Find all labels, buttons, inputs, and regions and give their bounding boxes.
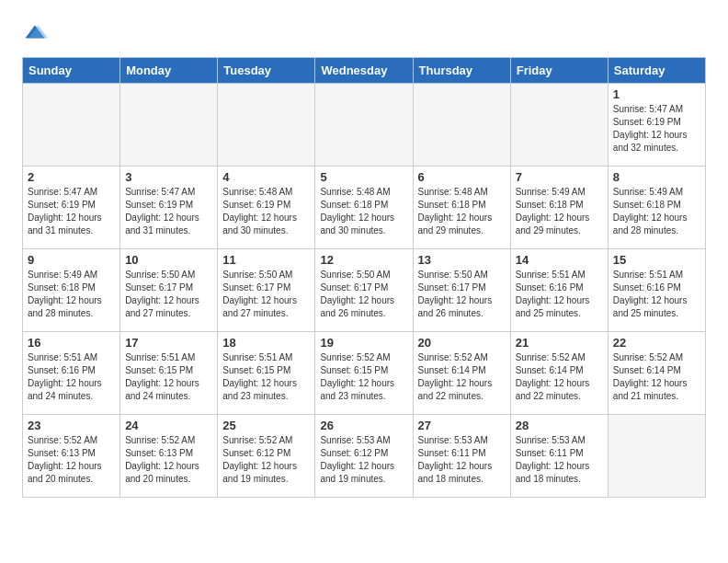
day-number: 24 bbox=[125, 419, 212, 432]
logo bbox=[22, 22, 53, 48]
day-number: 9 bbox=[28, 253, 115, 267]
day-info: Sunrise: 5:50 AM Sunset: 6:17 PM Dayligh… bbox=[418, 269, 506, 320]
day-number: 19 bbox=[320, 336, 407, 350]
day-number: 11 bbox=[222, 253, 310, 267]
day-info: Sunrise: 5:52 AM Sunset: 6:13 PM Dayligh… bbox=[28, 434, 115, 486]
day-number: 23 bbox=[28, 419, 115, 432]
day-info: Sunrise: 5:50 AM Sunset: 6:17 PM Dayligh… bbox=[222, 269, 310, 320]
day-info: Sunrise: 5:53 AM Sunset: 6:11 PM Dayligh… bbox=[516, 434, 603, 486]
day-info: Sunrise: 5:51 AM Sunset: 6:15 PM Dayligh… bbox=[125, 351, 212, 403]
calendar-cell: 10Sunrise: 5:50 AM Sunset: 6:17 PM Dayli… bbox=[120, 249, 218, 332]
weekday-header-row: SundayMondayTuesdayWednesdayThursdayFrid… bbox=[23, 58, 706, 84]
calendar-cell: 4Sunrise: 5:48 AM Sunset: 6:19 PM Daylig… bbox=[218, 167, 315, 249]
day-number: 5 bbox=[320, 170, 407, 184]
day-number: 7 bbox=[516, 170, 603, 184]
day-info: Sunrise: 5:48 AM Sunset: 6:18 PM Dayligh… bbox=[418, 186, 506, 237]
calendar-cell: 22Sunrise: 5:52 AM Sunset: 6:14 PM Dayli… bbox=[608, 332, 705, 415]
weekday-header-tuesday: Tuesday bbox=[218, 58, 315, 84]
calendar-cell: 15Sunrise: 5:51 AM Sunset: 6:16 PM Dayli… bbox=[608, 249, 705, 332]
calendar-cell: 16Sunrise: 5:51 AM Sunset: 6:16 PM Dayli… bbox=[23, 332, 120, 415]
weekday-header-thursday: Thursday bbox=[413, 58, 510, 84]
calendar-cell: 20Sunrise: 5:52 AM Sunset: 6:14 PM Dayli… bbox=[413, 332, 510, 415]
day-number: 25 bbox=[222, 419, 310, 432]
day-info: Sunrise: 5:47 AM Sunset: 6:19 PM Dayligh… bbox=[613, 103, 700, 155]
calendar-cell: 1Sunrise: 5:47 AM Sunset: 6:19 PM Daylig… bbox=[608, 84, 705, 167]
weekday-header-sunday: Sunday bbox=[23, 58, 120, 84]
weekday-header-wednesday: Wednesday bbox=[315, 58, 413, 84]
day-number: 3 bbox=[125, 170, 212, 184]
day-number: 10 bbox=[125, 253, 212, 267]
day-info: Sunrise: 5:52 AM Sunset: 6:13 PM Dayligh… bbox=[125, 434, 212, 486]
weekday-header-friday: Friday bbox=[510, 58, 608, 84]
calendar-cell bbox=[218, 84, 315, 167]
day-info: Sunrise: 5:52 AM Sunset: 6:14 PM Dayligh… bbox=[613, 351, 700, 403]
calendar-week-row: 2Sunrise: 5:47 AM Sunset: 6:19 PM Daylig… bbox=[23, 167, 706, 249]
day-info: Sunrise: 5:51 AM Sunset: 6:15 PM Dayligh… bbox=[222, 351, 310, 403]
day-info: Sunrise: 5:47 AM Sunset: 6:19 PM Dayligh… bbox=[125, 186, 212, 237]
calendar-cell: 25Sunrise: 5:52 AM Sunset: 6:12 PM Dayli… bbox=[218, 415, 315, 498]
calendar-cell: 13Sunrise: 5:50 AM Sunset: 6:17 PM Dayli… bbox=[413, 249, 510, 332]
day-info: Sunrise: 5:53 AM Sunset: 6:12 PM Dayligh… bbox=[320, 434, 407, 486]
day-number: 20 bbox=[418, 336, 506, 350]
day-number: 17 bbox=[125, 336, 212, 350]
day-number: 18 bbox=[222, 336, 310, 350]
day-info: Sunrise: 5:52 AM Sunset: 6:12 PM Dayligh… bbox=[222, 434, 310, 486]
calendar-cell: 23Sunrise: 5:52 AM Sunset: 6:13 PM Dayli… bbox=[23, 415, 120, 498]
calendar-cell: 6Sunrise: 5:48 AM Sunset: 6:18 PM Daylig… bbox=[413, 167, 510, 249]
calendar-cell: 14Sunrise: 5:51 AM Sunset: 6:16 PM Dayli… bbox=[510, 249, 608, 332]
calendar-cell: 28Sunrise: 5:53 AM Sunset: 6:11 PM Dayli… bbox=[510, 415, 608, 498]
day-number: 12 bbox=[320, 253, 407, 267]
day-number: 22 bbox=[613, 336, 700, 350]
day-info: Sunrise: 5:51 AM Sunset: 6:16 PM Dayligh… bbox=[28, 351, 115, 403]
calendar-cell: 24Sunrise: 5:52 AM Sunset: 6:13 PM Dayli… bbox=[120, 415, 218, 498]
calendar-cell: 17Sunrise: 5:51 AM Sunset: 6:15 PM Dayli… bbox=[120, 332, 218, 415]
calendar-cell: 2Sunrise: 5:47 AM Sunset: 6:19 PM Daylig… bbox=[23, 167, 120, 249]
day-number: 13 bbox=[418, 253, 506, 267]
calendar-cell: 8Sunrise: 5:49 AM Sunset: 6:18 PM Daylig… bbox=[608, 167, 705, 249]
day-info: Sunrise: 5:52 AM Sunset: 6:14 PM Dayligh… bbox=[418, 351, 506, 403]
calendar-cell: 7Sunrise: 5:49 AM Sunset: 6:18 PM Daylig… bbox=[510, 167, 608, 249]
calendar-cell: 5Sunrise: 5:48 AM Sunset: 6:18 PM Daylig… bbox=[315, 167, 413, 249]
day-number: 2 bbox=[28, 170, 115, 184]
day-number: 8 bbox=[613, 170, 700, 184]
calendar-cell: 11Sunrise: 5:50 AM Sunset: 6:17 PM Dayli… bbox=[218, 249, 315, 332]
calendar-cell: 27Sunrise: 5:53 AM Sunset: 6:11 PM Dayli… bbox=[413, 415, 510, 498]
calendar-cell: 3Sunrise: 5:47 AM Sunset: 6:19 PM Daylig… bbox=[120, 167, 218, 249]
day-info: Sunrise: 5:48 AM Sunset: 6:18 PM Dayligh… bbox=[320, 186, 407, 237]
day-info: Sunrise: 5:49 AM Sunset: 6:18 PM Dayligh… bbox=[516, 186, 603, 237]
day-info: Sunrise: 5:51 AM Sunset: 6:16 PM Dayligh… bbox=[613, 269, 700, 320]
weekday-header-saturday: Saturday bbox=[608, 58, 705, 84]
calendar-cell: 26Sunrise: 5:53 AM Sunset: 6:12 PM Dayli… bbox=[315, 415, 413, 498]
calendar-cell bbox=[315, 84, 413, 167]
calendar-cell: 9Sunrise: 5:49 AM Sunset: 6:18 PM Daylig… bbox=[23, 249, 120, 332]
day-info: Sunrise: 5:47 AM Sunset: 6:19 PM Dayligh… bbox=[28, 186, 115, 237]
day-info: Sunrise: 5:49 AM Sunset: 6:18 PM Dayligh… bbox=[613, 186, 700, 237]
day-number: 26 bbox=[320, 419, 407, 432]
day-number: 16 bbox=[28, 336, 115, 350]
calendar-cell bbox=[23, 84, 120, 167]
calendar-cell bbox=[510, 84, 608, 167]
day-info: Sunrise: 5:52 AM Sunset: 6:14 PM Dayligh… bbox=[516, 351, 603, 403]
day-info: Sunrise: 5:49 AM Sunset: 6:18 PM Dayligh… bbox=[28, 269, 115, 320]
calendar-cell: 18Sunrise: 5:51 AM Sunset: 6:15 PM Dayli… bbox=[218, 332, 315, 415]
calendar-cell: 19Sunrise: 5:52 AM Sunset: 6:15 PM Dayli… bbox=[315, 332, 413, 415]
day-number: 15 bbox=[613, 253, 700, 267]
calendar-week-row: 16Sunrise: 5:51 AM Sunset: 6:16 PM Dayli… bbox=[23, 332, 706, 415]
header bbox=[22, 18, 706, 48]
weekday-header-monday: Monday bbox=[120, 58, 218, 84]
page-container: SundayMondayTuesdayWednesdayThursdayFrid… bbox=[0, 0, 728, 516]
day-info: Sunrise: 5:53 AM Sunset: 6:11 PM Dayligh… bbox=[418, 434, 506, 486]
day-info: Sunrise: 5:50 AM Sunset: 6:17 PM Dayligh… bbox=[125, 269, 212, 320]
day-number: 28 bbox=[516, 419, 603, 432]
day-number: 6 bbox=[418, 170, 506, 184]
day-number: 21 bbox=[516, 336, 603, 350]
day-info: Sunrise: 5:51 AM Sunset: 6:16 PM Dayligh… bbox=[516, 269, 603, 320]
calendar-week-row: 1Sunrise: 5:47 AM Sunset: 6:19 PM Daylig… bbox=[23, 84, 706, 167]
calendar-cell bbox=[120, 84, 218, 167]
day-number: 27 bbox=[418, 419, 506, 432]
day-number: 4 bbox=[222, 170, 310, 184]
calendar-cell: 12Sunrise: 5:50 AM Sunset: 6:17 PM Dayli… bbox=[315, 249, 413, 332]
calendar-cell: 21Sunrise: 5:52 AM Sunset: 6:14 PM Dayli… bbox=[510, 332, 608, 415]
day-info: Sunrise: 5:52 AM Sunset: 6:15 PM Dayligh… bbox=[320, 351, 407, 403]
day-info: Sunrise: 5:50 AM Sunset: 6:17 PM Dayligh… bbox=[320, 269, 407, 320]
